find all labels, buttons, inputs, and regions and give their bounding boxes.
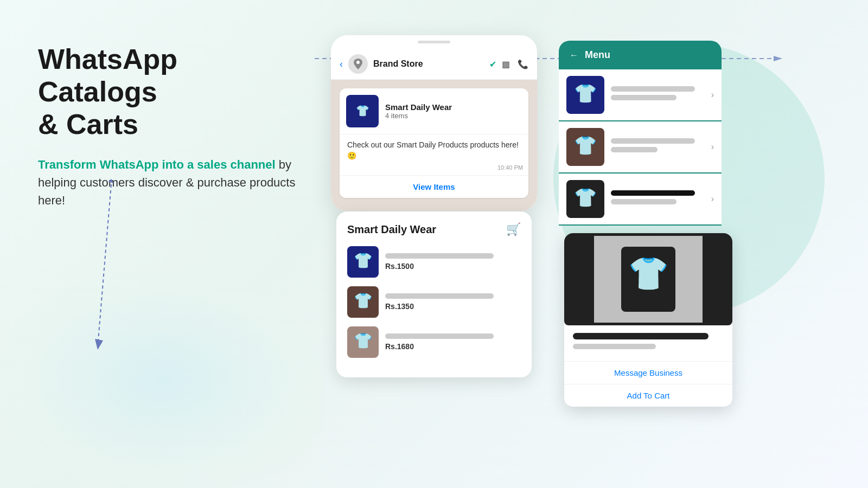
svg-point-5 (356, 61, 360, 64)
menu-item-1[interactable]: 👕 › (559, 69, 722, 120)
subtitle: Transform WhatsApp into a sales channel … (38, 156, 298, 209)
catalog-thumbnail: 👕 (346, 95, 379, 127)
phone-call-icon[interactable]: 📞 (518, 59, 528, 69)
svg-text:👕: 👕 (628, 254, 669, 293)
product-name-bar-3 (385, 333, 494, 339)
product-name-bar-2 (385, 293, 494, 299)
chat-time: 10:40 PM (340, 163, 528, 175)
svg-text:👕: 👕 (354, 332, 373, 350)
catalog-preview: 👕 Smart Daily Wear 4 items (340, 88, 528, 134)
menu-back-arrow[interactable]: ← (570, 50, 578, 60)
dashed-arrow-decoration (81, 179, 136, 352)
menu-item-bar-3b (611, 199, 676, 204)
product-details-3: Rs.1680 (385, 333, 521, 351)
background-blob (0, 271, 326, 488)
product-price-3: Rs.1680 (385, 342, 521, 351)
menu-item-2[interactable]: 👕 › (559, 121, 722, 172)
chat-header: ‹ Brand Store ✔ ▩ 📞 (331, 49, 537, 80)
product-details-2: Rs.1350 (385, 293, 521, 311)
menu-item-bar-1b (611, 95, 676, 100)
dashed-line-right (722, 53, 787, 64)
menu-item-img-1: 👕 (566, 76, 604, 114)
product-detail-name-bar (573, 333, 709, 339)
product-detail-panel: 👕 Message Business Add To Cart (564, 233, 732, 407)
svg-marker-24 (774, 56, 782, 61)
menu-item-bar-3a (611, 190, 695, 196)
svg-text:👕: 👕 (574, 134, 597, 157)
product-detail-actions: Message Business Add To Cart (564, 361, 732, 407)
cart-icon[interactable]: 🛒 (506, 222, 521, 236)
svg-text:👕: 👕 (354, 252, 373, 269)
svg-text:👕: 👕 (574, 187, 597, 209)
menu-panel: ← Menu 👕 › 👕 › (559, 41, 722, 226)
menu-item-arrow-2: › (711, 142, 714, 152)
catalog-card-header: Smart Daily Wear 🛒 (347, 222, 521, 236)
product-thumb-1: 👕 (347, 246, 379, 278)
product-price-2: Rs.1350 (385, 302, 521, 311)
chat-body: 👕 Smart Daily Wear 4 items Check out our… (331, 80, 537, 211)
verified-badge: ✔ (489, 59, 496, 69)
product-detail-info (564, 325, 732, 361)
catalog-card-title: Smart Daily Wear (347, 223, 436, 236)
menu-item-3[interactable]: 👕 › (559, 174, 722, 224)
product-item-3: 👕 Rs.1680 (347, 326, 521, 358)
message-business-button[interactable]: Message Business (564, 362, 732, 384)
menu-item-bar-2b (611, 147, 658, 152)
product-thumb-3: 👕 (347, 326, 379, 358)
menu-item-bar-2a (611, 138, 695, 144)
svg-marker-3 (95, 339, 103, 350)
catalog-card: Smart Daily Wear 🛒 👕 Rs.1500 👕 Rs.1350 (336, 211, 532, 377)
chat-phone-mockup: ‹ Brand Store ✔ ▩ 📞 👕 Sm (331, 35, 537, 211)
svg-text:👕: 👕 (354, 292, 373, 310)
svg-line-2 (98, 184, 111, 347)
menu-item-img-2: 👕 (566, 128, 604, 166)
product-details-1: Rs.1500 (385, 253, 521, 271)
product-item-1: 👕 Rs.1500 (347, 246, 521, 278)
video-call-icon[interactable]: ▩ (502, 59, 510, 69)
phone-notch (331, 35, 537, 49)
menu-title: Menu (585, 49, 610, 61)
menu-item-arrow-1: › (711, 90, 714, 100)
store-name: Brand Store (373, 59, 484, 69)
chat-message-text: Check out our Smart Daily Products produ… (340, 134, 528, 163)
add-to-cart-button[interactable]: Add To Cart (564, 384, 732, 407)
catalog-count: 4 items (385, 112, 452, 120)
store-avatar (348, 54, 368, 74)
chat-back-arrow[interactable]: ‹ (340, 59, 343, 70)
menu-item-img-3: 👕 (566, 180, 604, 218)
svg-text:👕: 👕 (574, 82, 597, 105)
left-section: WhatsApp Catalogs & Carts Transform What… (38, 43, 298, 209)
product-detail-image: 👕 (564, 233, 732, 325)
product-name-bar-1 (385, 253, 494, 259)
menu-header: ← Menu (559, 41, 722, 69)
product-price-1: Rs.1500 (385, 262, 521, 271)
svg-marker-4 (108, 179, 114, 183)
product-item-2: 👕 Rs.1350 (347, 286, 521, 318)
menu-item-bar-1a (611, 86, 695, 92)
catalog-title: Smart Daily Wear (385, 102, 452, 112)
chat-message: 👕 Smart Daily Wear 4 items Check out our… (340, 88, 528, 198)
catalog-info: Smart Daily Wear 4 items (385, 102, 452, 120)
menu-item-info-3 (611, 190, 705, 208)
menu-item-info-1 (611, 86, 705, 104)
product-detail-desc-bar (573, 344, 656, 349)
header-icons: ▩ 📞 (502, 59, 528, 69)
view-items-button[interactable]: View Items (340, 175, 528, 198)
product-thumb-2: 👕 (347, 286, 379, 318)
svg-text:👕: 👕 (356, 104, 369, 117)
main-title: WhatsApp Catalogs & Carts (38, 43, 298, 140)
notch-bar (418, 41, 450, 43)
subtitle-highlight: Transform WhatsApp into a sales channel (38, 158, 276, 171)
menu-item-info-2 (611, 138, 705, 156)
menu-item-arrow-3: › (711, 194, 714, 204)
